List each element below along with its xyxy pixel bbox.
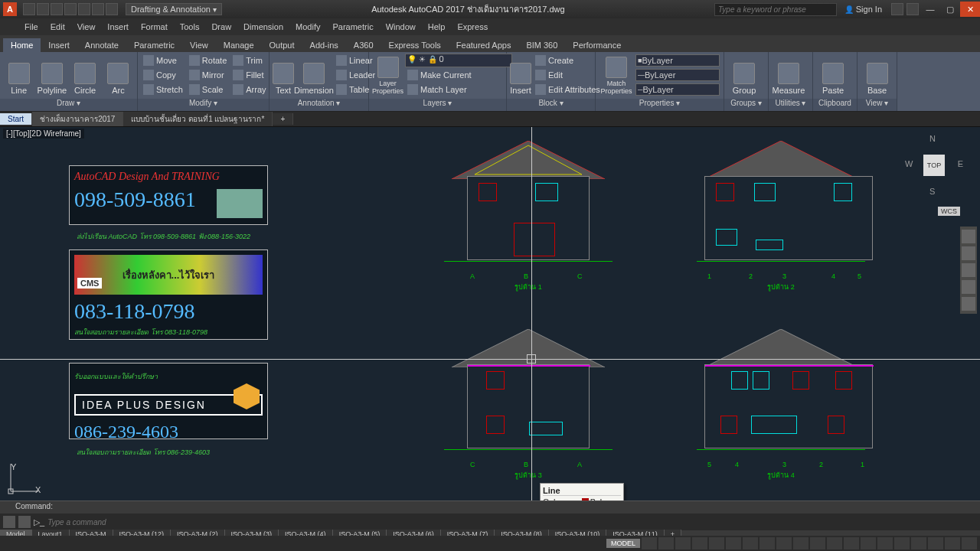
drawing-area[interactable]: [-][Top][2D Wireframe] AutoCAD Design An… bbox=[0, 127, 980, 500]
edit-block-button[interactable]: Edit bbox=[533, 68, 603, 82]
tab-home[interactable]: Home bbox=[3, 38, 41, 52]
file-tab-current[interactable]: ช่างเด็มงานาคาร2017 bbox=[32, 112, 123, 126]
viewcube[interactable]: N S E W TOP bbox=[905, 132, 963, 201]
transparency-icon[interactable] bbox=[793, 537, 808, 549]
lineweight-toggle-icon[interactable] bbox=[776, 537, 792, 549]
layer-selector[interactable]: 💡 ☀ 🔒 0 bbox=[405, 54, 512, 67]
copy-button[interactable]: Copy bbox=[141, 68, 185, 82]
annotation-scale-icon[interactable] bbox=[827, 537, 842, 549]
zoom-extents-icon[interactable] bbox=[962, 263, 975, 277]
qat-new-icon[interactable] bbox=[23, 3, 35, 15]
tab-performance[interactable]: Performance bbox=[565, 38, 629, 52]
panel-layers-title[interactable]: Layers ▾ bbox=[369, 99, 506, 111]
lineweight-selector[interactable]: — ByLayer bbox=[635, 69, 720, 81]
panel-clipboard-title[interactable]: Clipboard bbox=[813, 99, 857, 111]
tab-annotate[interactable]: Annotate bbox=[77, 38, 126, 52]
app-icon[interactable]: A bbox=[3, 2, 17, 16]
isodraft-icon[interactable] bbox=[709, 537, 724, 549]
circle-button[interactable]: Circle bbox=[70, 54, 101, 96]
customization-icon[interactable] bbox=[962, 537, 977, 549]
panel-block-title[interactable]: Block ▾ bbox=[507, 99, 595, 111]
scale-button[interactable]: Scale bbox=[187, 83, 229, 96]
menu-tools[interactable]: Tools bbox=[174, 22, 206, 31]
menu-view[interactable]: View bbox=[71, 22, 102, 31]
group-button[interactable]: Group bbox=[727, 54, 761, 96]
dimension-button[interactable]: Dimension bbox=[296, 54, 332, 96]
stretch-button[interactable]: Stretch bbox=[141, 83, 185, 96]
modelspace-button[interactable]: MODEL bbox=[606, 539, 640, 548]
fillet-button[interactable]: Fillet bbox=[230, 68, 268, 82]
tab-addins[interactable]: Add-ins bbox=[302, 38, 346, 52]
view-controls[interactable]: [-][Top][2D Wireframe] bbox=[3, 129, 84, 139]
text-button[interactable]: Text bbox=[273, 54, 294, 96]
pan-icon[interactable] bbox=[962, 246, 975, 260]
tab-view[interactable]: View bbox=[182, 38, 216, 52]
vc-north[interactable]: N bbox=[929, 134, 936, 143]
command-input[interactable] bbox=[47, 518, 977, 527]
tab-insert[interactable]: Insert bbox=[41, 38, 77, 52]
paste-button[interactable]: Paste bbox=[816, 54, 850, 96]
trim-button[interactable]: Trim bbox=[230, 54, 268, 67]
selection-cycling-icon[interactable] bbox=[810, 537, 825, 549]
rotate-button[interactable]: Rotate bbox=[187, 54, 229, 67]
panel-groups-title[interactable]: Groups ▾ bbox=[724, 99, 768, 111]
menu-dimension[interactable]: Dimension bbox=[237, 22, 289, 31]
menu-express[interactable]: Express bbox=[451, 22, 494, 31]
annotation-monitor-icon[interactable] bbox=[861, 537, 876, 549]
array-button[interactable]: Array bbox=[230, 83, 268, 96]
qat-save-icon[interactable] bbox=[51, 3, 63, 15]
line-button[interactable]: Line bbox=[3, 54, 34, 96]
menu-insert[interactable]: Insert bbox=[101, 22, 135, 31]
menu-modify[interactable]: Modify bbox=[289, 22, 326, 31]
panel-utilities-title[interactable]: Utilities ▾ bbox=[769, 99, 812, 111]
panel-draw-title[interactable]: Draw ▾ bbox=[0, 99, 137, 111]
menu-parametric[interactable]: Parametric bbox=[326, 22, 379, 31]
arc-button[interactable]: Arc bbox=[103, 54, 134, 96]
menu-help[interactable]: Help bbox=[422, 22, 452, 31]
tab-manage[interactable]: Manage bbox=[216, 38, 262, 52]
qat-open-icon[interactable] bbox=[37, 3, 49, 15]
showmotion-icon[interactable] bbox=[962, 297, 975, 311]
signin-button[interactable]: 👤 Sign In bbox=[837, 5, 890, 14]
tab-featured[interactable]: Featured Apps bbox=[449, 38, 519, 52]
vc-top[interactable]: TOP bbox=[923, 155, 945, 176]
base-view-button[interactable]: Base bbox=[861, 54, 893, 96]
match-properties-button[interactable]: Match Properties bbox=[599, 54, 634, 96]
maximize-button[interactable]: ▢ bbox=[940, 2, 960, 17]
menu-window[interactable]: Window bbox=[380, 22, 422, 31]
3dosnap-icon[interactable] bbox=[743, 537, 758, 549]
minimize-button[interactable]: — bbox=[920, 2, 940, 17]
menu-edit[interactable]: Edit bbox=[44, 22, 71, 31]
panel-properties-title[interactable]: Properties ▾ bbox=[596, 99, 724, 111]
insert-block-button[interactable]: Insert bbox=[510, 54, 531, 96]
close-button[interactable]: ✕ bbox=[960, 2, 980, 17]
infocenter-search[interactable] bbox=[714, 3, 837, 16]
create-block-button[interactable]: Create bbox=[533, 54, 603, 67]
edit-attributes-button[interactable]: Edit Attributes bbox=[533, 83, 603, 96]
tab-output[interactable]: Output bbox=[262, 38, 302, 52]
qat-undo-icon[interactable] bbox=[92, 3, 104, 15]
qat-saveas-icon[interactable] bbox=[64, 3, 77, 15]
tab-bim360[interactable]: BIM 360 bbox=[518, 38, 565, 52]
orbit-icon[interactable] bbox=[962, 280, 975, 294]
mirror-button[interactable]: Mirror bbox=[187, 68, 229, 82]
isolate-objects-icon[interactable] bbox=[911, 537, 926, 549]
make-current-button[interactable]: Make Current bbox=[405, 68, 512, 82]
workspace-switch-icon[interactable] bbox=[844, 537, 859, 549]
ortho-toggle-icon[interactable] bbox=[675, 537, 691, 549]
new-tab-button[interactable]: + bbox=[273, 113, 293, 125]
hardware-accel-icon[interactable] bbox=[928, 537, 943, 549]
color-selector[interactable]: ■ ByLayer bbox=[635, 54, 720, 67]
tab-parametric[interactable]: Parametric bbox=[126, 38, 182, 52]
clean-screen-icon[interactable] bbox=[945, 537, 960, 549]
linetype-selector[interactable]: ─ ByLayer bbox=[635, 83, 720, 96]
panel-view-title[interactable]: View ▾ bbox=[858, 99, 897, 111]
workspace-selector[interactable]: Drafting & Annotation ▾ bbox=[126, 3, 222, 15]
polyline-button[interactable]: Polyline bbox=[36, 54, 67, 96]
exchange-icon[interactable] bbox=[891, 3, 903, 15]
vc-south[interactable]: S bbox=[929, 187, 935, 196]
move-button[interactable]: Move bbox=[141, 54, 185, 67]
vc-west[interactable]: W bbox=[905, 159, 913, 168]
panel-annotation-title[interactable]: Annotation ▾ bbox=[270, 99, 368, 111]
full-nav-wheel-icon[interactable] bbox=[962, 230, 975, 243]
